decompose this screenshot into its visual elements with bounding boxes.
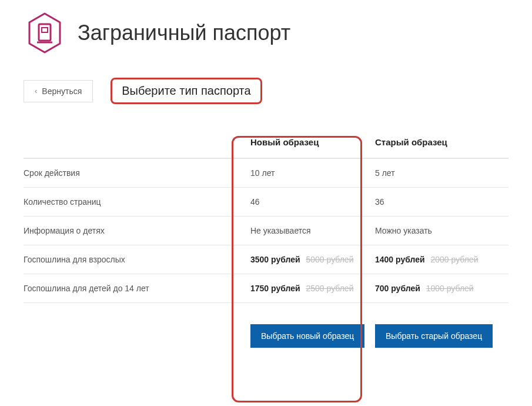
pages-new: 46 xyxy=(246,197,375,207)
page-header: Заграничный паспорт xyxy=(24,12,508,54)
row-label: Срок действия xyxy=(24,168,246,178)
row-pages: Количество страниц 46 36 xyxy=(24,188,508,217)
row-label: Госпошлина для детей до 14 лет xyxy=(24,284,246,293)
row-validity: Срок действия 10 лет 5 лет xyxy=(24,159,508,188)
row-fee-child: Госпошлина для детей до 14 лет 1750 рубл… xyxy=(24,274,508,303)
row-children-info: Информация о детях Не указывается Можно … xyxy=(24,217,508,245)
section-subtitle: Выберите тип паспорта xyxy=(111,78,262,104)
price-current: 3500 рублей xyxy=(250,255,300,264)
select-new-button[interactable]: Выбрать новый образец xyxy=(250,324,364,348)
row-label: Количество страниц xyxy=(24,197,246,207)
price-current: 1400 рублей xyxy=(375,255,425,264)
svg-rect-1 xyxy=(42,28,48,32)
price-struck: 2500 рублей xyxy=(306,284,353,293)
validity-old: 5 лет xyxy=(375,168,508,178)
table-header-row: Новый образец Старый образец xyxy=(24,128,508,159)
row-label: Информация о детях xyxy=(24,226,246,235)
page-title: Заграничный паспорт xyxy=(78,21,290,45)
price-struck: 5000 рублей xyxy=(306,255,353,264)
fee-child-new: 1750 рублей 2500 рублей xyxy=(246,284,375,293)
children-new: Не указывается xyxy=(246,226,375,235)
column-header-new: Новый образец xyxy=(246,137,375,147)
nav-row: ‹ Вернуться Выберите тип паспорта xyxy=(24,78,508,104)
column-header-old: Старый образец xyxy=(375,137,508,147)
children-old: Можно указать xyxy=(375,226,508,235)
comparison-table: Новый образец Старый образец Срок действ… xyxy=(24,128,508,357)
back-button-label: Вернуться xyxy=(42,86,82,96)
validity-new: 10 лет xyxy=(246,168,375,178)
back-button[interactable]: ‹ Вернуться xyxy=(24,80,93,102)
pages-old: 36 xyxy=(375,197,508,207)
fee-adult-new: 3500 рублей 5000 рублей xyxy=(246,255,375,264)
passport-icon xyxy=(24,12,66,54)
fee-adult-old: 1400 рублей 2000 рублей xyxy=(375,255,508,264)
action-old-cell: Выбрать старый образец xyxy=(375,324,508,348)
fee-child-old: 700 рублей 1000 рублей xyxy=(375,284,508,293)
row-label: Госпошлина для взрослых xyxy=(24,255,246,264)
chevron-left-icon: ‹ xyxy=(35,86,37,95)
select-old-button[interactable]: Выбрать старый образец xyxy=(375,324,493,348)
row-fee-adult: Госпошлина для взрослых 3500 рублей 5000… xyxy=(24,245,508,274)
price-current: 700 рублей xyxy=(375,284,420,293)
action-new-cell: Выбрать новый образец xyxy=(246,324,375,348)
price-struck: 2000 рублей xyxy=(430,255,478,264)
price-current: 1750 рублей xyxy=(250,284,300,293)
row-actions: Выбрать новый образец Выбрать старый обр… xyxy=(24,303,508,357)
price-struck: 1000 рублей xyxy=(426,284,474,293)
